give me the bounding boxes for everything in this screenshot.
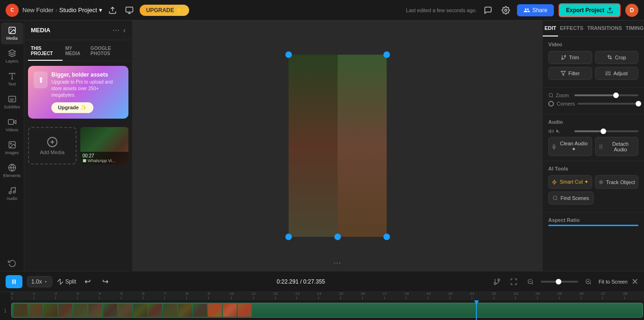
sidebar-item-videos[interactable]: Videos — [1, 114, 23, 136]
canvas-video-container — [289, 55, 387, 237]
user-avatar[interactable]: D — [625, 4, 638, 17]
track-object-button[interactable]: Track Object — [595, 175, 639, 189]
upload-button[interactable] — [106, 4, 119, 17]
ruler-mark: :25 — [557, 292, 562, 299]
ruler-mark: :20 — [447, 292, 453, 299]
sidebar-item-images[interactable]: Images — [1, 137, 23, 159]
export-button[interactable]: Export Project — [559, 3, 621, 17]
detach-audio-button[interactable]: Detach Audio — [595, 137, 639, 156]
media-tab-this-project[interactable]: THIS PROJECT — [28, 44, 63, 61]
canvas-video[interactable] — [289, 55, 387, 237]
ai-btn-row-1: Smart Cut ✦ Track Object — [548, 175, 638, 189]
zoom-slider-track[interactable] — [574, 94, 638, 96]
canvas-area: ··· — [133, 21, 542, 271]
canvas-more-button[interactable]: ··· — [331, 260, 344, 266]
ruler-mark: :7 — [163, 292, 167, 299]
resize-handle-bottom-center[interactable] — [334, 234, 341, 240]
smart-cut-button[interactable]: Smart Cut ✦ — [548, 175, 592, 189]
sidebar-item-elements[interactable]: Elements — [1, 160, 23, 182]
clean-audio-button[interactable]: Clean Audio ✦ — [548, 137, 592, 156]
fit-timeline-button[interactable] — [507, 275, 520, 288]
media-grid: Add Media 00:27 WhatsApp Vi... — [24, 123, 132, 168]
media-thumb-duration: 00:27 — [83, 153, 127, 158]
fit-to-screen-button[interactable]: Fit to Screen — [599, 279, 628, 284]
sidebar: Media Layers Text Subtitles Videos Image… — [0, 21, 24, 271]
sidebar-item-text[interactable]: Text — [1, 68, 23, 90]
aspect-ratio-title: Aspect Ratio — [548, 217, 638, 223]
find-scenes-button[interactable]: Find Scenes — [548, 192, 594, 205]
zoom-slider-fill — [574, 94, 616, 96]
zoom-label: Zoom — [548, 92, 572, 98]
media-thumbnail[interactable]: 00:27 WhatsApp Vi... — [80, 127, 129, 164]
cut-timeline-button[interactable] — [490, 275, 503, 288]
add-media-button[interactable]: Add Media — [28, 127, 77, 164]
video-frame — [289, 55, 387, 237]
svg-point-49 — [600, 181, 602, 183]
tab-transitions[interactable]: TRANSITIONS — [585, 21, 624, 36]
sidebar-item-layers-label: Layers — [6, 59, 18, 64]
volume-slider-track[interactable] — [574, 130, 638, 132]
timeline-clip[interactable] — [11, 303, 643, 318]
clip-thumb — [58, 304, 72, 317]
clip-thumb — [103, 304, 117, 317]
sidebar-item-audio[interactable]: Audio — [1, 183, 23, 205]
upgrade-banner-button[interactable]: Upgrade ✨ — [51, 102, 93, 113]
upgrade-banner-text: Bigger, bolder assets Upgrade to Pro to … — [51, 71, 123, 113]
ruler-mark: :9 — [207, 292, 210, 299]
zoom-in-button[interactable] — [582, 275, 595, 288]
ruler-mark: :2 — [54, 292, 57, 299]
media-tab-google-photos[interactable]: GOOGLE PHOTOS — [88, 44, 128, 61]
tab-edit[interactable]: EDIT — [543, 21, 558, 36]
adjust-button[interactable]: Adjust — [595, 67, 639, 80]
crop-button[interactable]: Crop — [595, 51, 639, 64]
media-panel-collapse-button[interactable]: ‹ — [123, 26, 126, 35]
corners-slider-track[interactable] — [578, 103, 638, 105]
media-more-icon[interactable]: ··· — [113, 25, 120, 35]
speed-button[interactable]: 1.0x — [27, 276, 52, 287]
svg-point-51 — [553, 196, 557, 200]
folder-name[interactable]: New Folder — [22, 7, 53, 14]
tab-effects[interactable]: EFFECTS — [558, 21, 585, 36]
clip-thumb — [148, 304, 162, 317]
video-frame-right — [338, 55, 387, 237]
resize-handle-bottom-right[interactable] — [383, 234, 390, 240]
share-button[interactable]: Share — [517, 4, 554, 16]
sidebar-item-layers[interactable]: Layers — [1, 45, 23, 67]
resize-handle-bottom-left[interactable] — [285, 234, 292, 240]
media-tab-my-media[interactable]: MY MEDIA — [63, 44, 88, 61]
resize-handle-top-left[interactable] — [285, 51, 292, 58]
zoom-slider-thumb-bottom[interactable] — [556, 279, 561, 284]
timecode-display: 0:22.291 / 0:27.355 — [277, 278, 325, 285]
svg-point-20 — [9, 192, 11, 194]
zoom-out-button[interactable] — [524, 275, 537, 288]
close-timeline-button[interactable]: ✕ — [631, 277, 638, 287]
svg-rect-54 — [14, 279, 15, 284]
redo-button[interactable]: ↪ — [99, 275, 112, 288]
zoom-slider-track-bottom[interactable] — [541, 281, 578, 283]
ruler-mark: :12 — [273, 292, 278, 299]
resize-handle-top-right[interactable] — [383, 51, 390, 58]
upgrade-button[interactable]: UPGRADE ⚡ — [140, 5, 189, 16]
corners-radio[interactable] — [548, 101, 554, 107]
ruler-mark: :4 — [98, 292, 101, 299]
tab-timing[interactable]: TIMING — [624, 21, 644, 36]
monitor-button[interactable] — [123, 4, 136, 17]
sidebar-item-media[interactable]: Media — [1, 22, 23, 44]
undo-button[interactable]: ↩ — [81, 275, 94, 288]
svg-rect-25 — [83, 159, 86, 163]
play-pause-button[interactable] — [6, 275, 22, 288]
sidebar-item-undo[interactable] — [1, 255, 23, 271]
corners-slider-thumb[interactable] — [636, 101, 641, 107]
volume-slider-thumb[interactable] — [601, 128, 606, 134]
zoom-slider — [541, 281, 578, 283]
project-name[interactable]: Studio Project ▾ — [59, 7, 102, 14]
sidebar-item-subtitles[interactable]: Subtitles — [1, 91, 23, 113]
zoom-slider-thumb[interactable] — [613, 92, 619, 98]
ai-btn-row-2: Find Scenes — [548, 192, 638, 205]
trim-button[interactable]: Trim — [548, 51, 592, 64]
filter-button[interactable]: Filter — [548, 67, 592, 80]
settings-button[interactable] — [499, 4, 512, 17]
split-button[interactable]: Split — [57, 278, 76, 285]
comment-button[interactable] — [481, 4, 495, 17]
ruler-mark: :19 — [425, 292, 431, 299]
